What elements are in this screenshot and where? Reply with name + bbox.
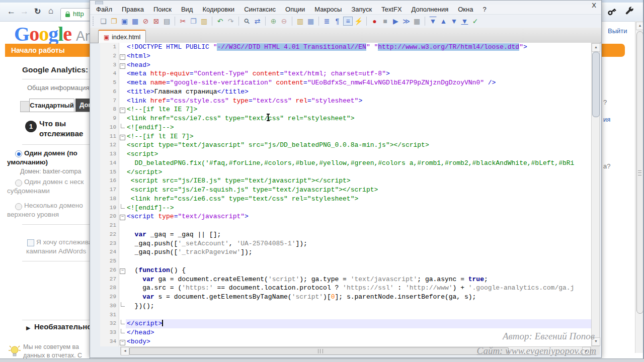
menu-item-правка[interactable]: Правка	[122, 6, 144, 13]
macro-run-multi-icon[interactable]: ≫	[401, 17, 411, 26]
fold-margin	[119, 195, 126, 204]
fold-margin[interactable]: −	[119, 132, 126, 141]
browser-scrollbar[interactable]: ▲	[635, 21, 643, 353]
code-text: (function() {	[126, 266, 591, 275]
scrollbar-thumb[interactable]	[592, 52, 600, 117]
menu-item-дополнения[interactable]: Дополнения	[412, 6, 449, 13]
next-mark-icon[interactable]: ▼	[449, 17, 459, 26]
fold-margin[interactable]: −	[119, 61, 126, 70]
zoom-out-icon[interactable]: ⊖	[279, 17, 289, 26]
spell-check-icon[interactable]: ✓	[470, 17, 480, 26]
replace-icon[interactable]: ⇄	[253, 17, 262, 26]
fold-collapse-icon[interactable]: −	[120, 63, 125, 69]
cut-icon[interactable]: ✂	[178, 17, 188, 26]
scroll-right-icon[interactable]: ►	[582, 347, 591, 355]
line-number: 9	[100, 114, 119, 123]
scrollbar-thumb[interactable]	[636, 31, 643, 314]
refresh-icon[interactable]: ↻	[34, 7, 41, 16]
fold-margin[interactable]: −	[119, 337, 126, 346]
code-editor[interactable]: 1<!DOCTYPE HTML PUBLIC "-//W3C//DTD HTML…	[100, 43, 591, 346]
home-icon[interactable]: ⌂	[48, 6, 53, 16]
wrench-icon[interactable]	[625, 7, 635, 17]
zoom-in-icon[interactable]: ⊕	[269, 17, 278, 26]
open-file-icon[interactable]: ❐	[109, 17, 119, 26]
forward-icon[interactable]: →	[20, 7, 29, 17]
menu-item-кодировки[interactable]: Кодировки	[202, 6, 234, 13]
paste-icon[interactable]: ▥	[199, 17, 209, 26]
editor-hscrollbar[interactable]: ◄ ►	[120, 346, 591, 355]
tab-standard[interactable]: Стандартный	[29, 99, 74, 112]
fold-margin[interactable]: −	[119, 266, 126, 275]
code-line: 23 _gaq.push(['_setAccount', 'UA-2570408…	[100, 239, 591, 248]
expand-arrow-icon[interactable]: ▶	[26, 325, 30, 331]
fold-margin	[119, 186, 126, 195]
radio-label: Несколько домено	[24, 202, 83, 209]
close-file-icon[interactable]: ⊘	[141, 17, 150, 26]
indent-guide-icon[interactable]: ≡	[343, 17, 353, 26]
save-all-icon[interactable]: ▦	[130, 17, 140, 26]
menu-item-синтаксис[interactable]: Синтаксис	[244, 6, 276, 13]
menu-item-макросы[interactable]: Макросы	[314, 6, 342, 13]
back-icon[interactable]: ←	[7, 7, 16, 17]
fold-margin[interactable]: −	[119, 105, 126, 114]
address-bar[interactable]: http	[60, 8, 90, 21]
macro-record-icon[interactable]: ●	[370, 17, 379, 26]
menu-item-окна[interactable]: Окна	[458, 6, 473, 13]
menu-item-файл[interactable]: Файл	[96, 6, 112, 13]
scroll-up-icon[interactable]: ▲	[592, 43, 600, 52]
fold-margin	[119, 319, 126, 328]
scrollbar-thumb[interactable]	[129, 347, 509, 355]
scroll-down-icon[interactable]: ▼	[592, 337, 600, 346]
prev-mark-icon[interactable]: ▲	[439, 17, 448, 26]
radio-multiple-domains[interactable]	[15, 203, 22, 210]
macro-play-icon[interactable]: ▶	[391, 17, 400, 26]
show-symbols-icon[interactable]: ¶	[333, 17, 342, 26]
redo-icon[interactable]: ↷	[226, 17, 235, 26]
fold-collapse-icon[interactable]: −	[120, 268, 125, 274]
doc-map-icon[interactable]: ▦	[306, 17, 315, 26]
doc-monitor-icon[interactable]: ⚡	[354, 17, 363, 26]
fold-collapse-icon[interactable]: −	[120, 108, 125, 113]
menu-item-опции[interactable]: Опции	[285, 6, 305, 13]
file-tab[interactable]: ▣ index.html	[98, 30, 146, 43]
scroll-left-icon[interactable]: ◄	[121, 347, 129, 355]
key-icon[interactable]	[607, 7, 617, 17]
radio-subdomains[interactable]	[15, 179, 22, 187]
fold-collapse-icon[interactable]: −	[120, 54, 125, 60]
optional-section-title[interactable]: Необязательно	[34, 322, 90, 331]
new-file-icon[interactable]: ❏	[99, 17, 108, 26]
fold-margin[interactable]: −	[119, 212, 126, 221]
copy-icon[interactable]: ❐	[189, 17, 198, 26]
jump-end-icon[interactable]: ▼	[460, 17, 469, 26]
menu-item-вид[interactable]: Вид	[181, 6, 193, 13]
editor-vscrollbar[interactable]: ▲ ▼	[591, 43, 600, 346]
tab-advanced[interactable]: Доп	[75, 99, 90, 112]
code-line: 11−<!--[if lt IE 7]>	[100, 132, 591, 141]
fold-margin[interactable]: −	[119, 52, 126, 61]
print-icon[interactable]: ▤	[162, 17, 172, 26]
macro-stop-icon[interactable]: ■	[380, 17, 390, 26]
menu-item-поиск[interactable]: Поиск	[153, 6, 172, 13]
undo-icon[interactable]: ↶	[215, 17, 225, 26]
code-line: 28 ga.src = ('https:' == document.locati…	[100, 284, 591, 293]
close-all-icon[interactable]: ⊠	[151, 17, 161, 26]
fold-collapse-icon[interactable]: −	[120, 135, 125, 140]
save-icon[interactable]: ▣	[120, 17, 129, 26]
menu-item-textfx[interactable]: TextFX	[381, 6, 401, 13]
jump-start-icon[interactable]: ▼	[428, 17, 438, 26]
tab-stub[interactable]	[20, 101, 30, 112]
adwords-checkbox[interactable]	[27, 239, 34, 246]
close-window-button[interactable]: X	[592, 2, 596, 9]
sign-out-link[interactable]: Выйти	[608, 27, 627, 35]
doc-switch-icon[interactable]: ▥	[295, 17, 305, 26]
editor-titlebar[interactable]	[90, 1, 601, 5]
menu-item-запуск[interactable]: Запуск	[351, 6, 372, 13]
find-icon[interactable]: ⚲	[240, 15, 253, 28]
menu-item-?[interactable]: ?	[482, 6, 486, 13]
divider	[22, 144, 90, 145]
fold-collapse-icon[interactable]: −	[120, 340, 125, 345]
word-wrap-icon[interactable]: ≣	[322, 17, 332, 26]
radio-single-domain[interactable]	[15, 150, 22, 157]
macro-save-icon[interactable]: ▦	[412, 17, 422, 26]
fold-collapse-icon[interactable]: −	[120, 215, 125, 220]
